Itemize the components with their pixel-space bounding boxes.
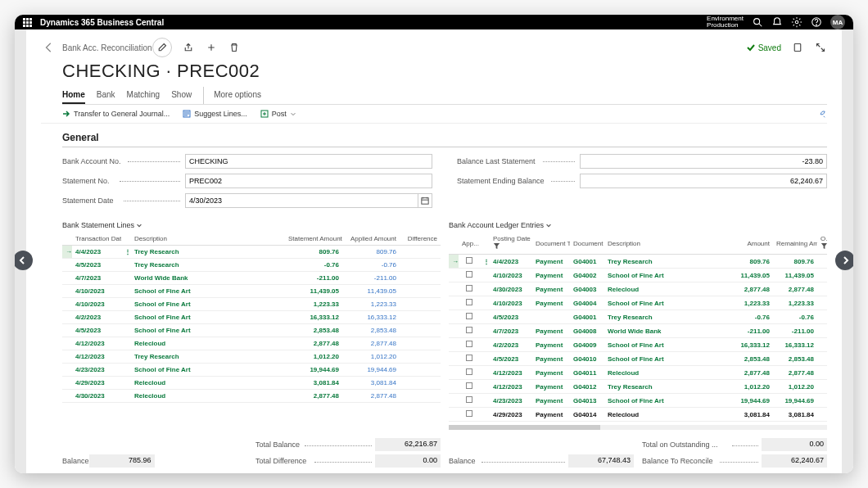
col-posting-date[interactable]: Posting Date	[490, 233, 532, 255]
avatar[interactable]: MA	[830, 15, 845, 29]
table-row[interactable]: 4/23/2023School of Fine Art19,944.6919,9…	[62, 364, 441, 377]
search-icon[interactable]	[752, 16, 763, 28]
statement-no-field[interactable]	[185, 174, 432, 188]
help-icon[interactable]	[811, 16, 822, 28]
col-amount[interactable]: Amount	[729, 233, 773, 255]
topbar: Dynamics 365 Business Central Environmen…	[15, 15, 853, 29]
tab-home[interactable]: Home	[62, 87, 85, 104]
table-row[interactable]: 4/2/2023PaymentG04009School of Fine Art1…	[449, 338, 827, 352]
tab-bank[interactable]: Bank	[97, 87, 115, 104]
transfer-to-journal-action[interactable]: Transfer to General Journal...	[62, 110, 170, 118]
tab-matching[interactable]: Matching	[127, 87, 160, 104]
checkbox[interactable]	[466, 285, 472, 291]
table-row[interactable]: 4/10/2023PaymentG04002School of Fine Art…	[449, 269, 827, 282]
checkbox[interactable]	[466, 410, 472, 417]
horizontal-scrollbar[interactable]	[449, 425, 827, 430]
balance-last-stmt-field[interactable]	[580, 154, 827, 169]
table-row[interactable]: 4/5/2023Trey Research-0.76-0.76	[62, 259, 441, 272]
attach-icon[interactable]	[791, 41, 804, 54]
checkbox[interactable]	[466, 271, 472, 278]
checkbox[interactable]	[466, 382, 472, 389]
checkbox[interactable]	[466, 313, 472, 319]
table-row[interactable]: 4/23/2023PaymentG04013School of Fine Art…	[449, 394, 827, 408]
bank-account-no-field[interactable]	[185, 154, 432, 169]
new-icon[interactable]	[205, 41, 218, 54]
table-row[interactable]: 4/5/2023School of Fine Art2,853.482,853.…	[62, 324, 441, 337]
table-row[interactable]: 4/12/2023Relecloud2,877.482,877.48	[62, 337, 441, 350]
balance-right-label: Balance	[449, 457, 568, 465]
edit-button[interactable]	[152, 38, 172, 57]
checkbox[interactable]	[466, 396, 472, 403]
col-description[interactable]: Description	[604, 233, 729, 255]
calendar-icon[interactable]	[418, 193, 432, 208]
checkbox[interactable]	[466, 299, 472, 305]
table-row[interactable]: 4/2/2023School of Fine Art16,333.1216,33…	[62, 311, 441, 324]
table-row[interactable]: 4/5/2023PaymentG04010School of Fine Art2…	[449, 352, 827, 366]
saved-indicator: Saved	[747, 43, 781, 52]
col-applied-amount[interactable]: Applied Amount	[342, 233, 400, 246]
total-diff-label: Total Difference	[255, 457, 375, 465]
delete-icon[interactable]	[228, 41, 241, 54]
col-doc-type[interactable]: Document Type	[532, 233, 570, 255]
table-row[interactable]: 4/30/2023Relecloud2,877.482,877.48	[62, 390, 441, 403]
checkbox[interactable]	[466, 341, 472, 347]
bank-account-no-label: Bank Account No.	[62, 157, 185, 165]
outstanding-value: 0.00	[762, 438, 827, 451]
checkbox[interactable]	[466, 355, 472, 361]
env-name: Production	[707, 22, 744, 29]
stmt-ending-balance-field[interactable]	[580, 174, 827, 188]
ledger-entries-header[interactable]: Bank Account Ledger Entries	[449, 221, 827, 229]
bank-statement-lines-table: Transaction Date Description Statement A…	[62, 233, 441, 403]
table-row[interactable]: 4/12/2023Trey Research1,012.201,012.20	[62, 350, 441, 364]
table-row[interactable]: 4/30/2023PaymentG04003Relecloud2,877.482…	[449, 282, 827, 296]
table-row[interactable]: →4/4/2023⋮Trey Research809.76809.76	[62, 246, 441, 259]
filter-icon[interactable]	[493, 244, 500, 251]
balance-left-value: 785.96	[89, 454, 155, 468]
svg-point-2	[795, 20, 798, 24]
table-row[interactable]: 4/7/2023PaymentG04008World Wide Bank-211…	[449, 324, 827, 338]
table-row[interactable]: 4/29/2023PaymentG04014Relecloud3,081.843…	[449, 408, 827, 422]
table-row[interactable]: 4/10/2023School of Fine Art1,223.331,223…	[62, 298, 441, 311]
table-row[interactable]: 4/29/2023Relecloud3,081.843,081.84	[62, 377, 441, 390]
col-remaining-amount[interactable]: Remaining Amount	[773, 233, 817, 255]
table-row[interactable]: 4/12/2023PaymentG04011Relecloud2,877.482…	[449, 366, 827, 380]
suggest-lines-action[interactable]: Suggest Lines...	[183, 110, 247, 118]
back-button[interactable]	[41, 39, 57, 56]
app-launcher-icon[interactable]	[23, 18, 32, 27]
total-balance-label: Total Balance	[255, 441, 375, 449]
checkbox[interactable]	[466, 257, 472, 264]
share-icon[interactable]	[182, 41, 195, 54]
col-open[interactable]: O...	[817, 233, 827, 255]
page-title: CHECKING · PREC002	[62, 61, 827, 82]
table-row[interactable]: 4/5/2023G04001Trey Research-0.76-0.76	[449, 310, 827, 324]
col-applied[interactable]: App...	[459, 233, 480, 255]
table-row[interactable]: 4/10/2023School of Fine Art11,439.0511,4…	[62, 285, 441, 298]
col-statement-amount[interactable]: Statement Amount	[285, 233, 342, 246]
checkbox[interactable]	[466, 327, 472, 333]
notifications-icon[interactable]	[771, 16, 783, 28]
table-row[interactable]: 4/7/2023World Wide Bank-211.00-211.00	[62, 272, 441, 285]
total-balance-value: 62,216.87	[375, 438, 441, 451]
table-row[interactable]: 4/10/2023PaymentG04004School of Fine Art…	[449, 296, 827, 310]
col-difference[interactable]: Difference	[400, 233, 441, 246]
svg-point-1	[754, 19, 760, 25]
bank-statement-lines-header[interactable]: Bank Statement Lines	[62, 221, 441, 229]
tab-show[interactable]: Show	[171, 87, 192, 104]
col-description[interactable]: Description	[131, 233, 285, 246]
settings-icon[interactable]	[791, 16, 802, 28]
tabs: Home Bank Matching Show More options	[62, 87, 827, 105]
table-row[interactable]: →⋮4/4/2023PaymentG04001Trey Research809.…	[449, 255, 827, 269]
post-action[interactable]: Post	[260, 110, 296, 118]
checkbox[interactable]	[466, 368, 472, 375]
col-doc-no[interactable]: Document No.	[570, 233, 604, 255]
filter-icon[interactable]	[821, 244, 827, 251]
copilot-icon[interactable]	[819, 110, 827, 118]
tab-more-options[interactable]: More options	[203, 87, 261, 104]
expand-icon[interactable]	[814, 41, 827, 54]
table-row[interactable]: 4/12/2023PaymentG04012Trey Research1,012…	[449, 380, 827, 394]
statement-date-field[interactable]	[185, 193, 418, 208]
svg-rect-5	[794, 44, 801, 52]
environment-badge[interactable]: EnvironmentProduction	[703, 16, 744, 29]
next-record-button[interactable]	[835, 251, 853, 270]
col-transaction-date[interactable]: Transaction Date	[72, 233, 121, 246]
